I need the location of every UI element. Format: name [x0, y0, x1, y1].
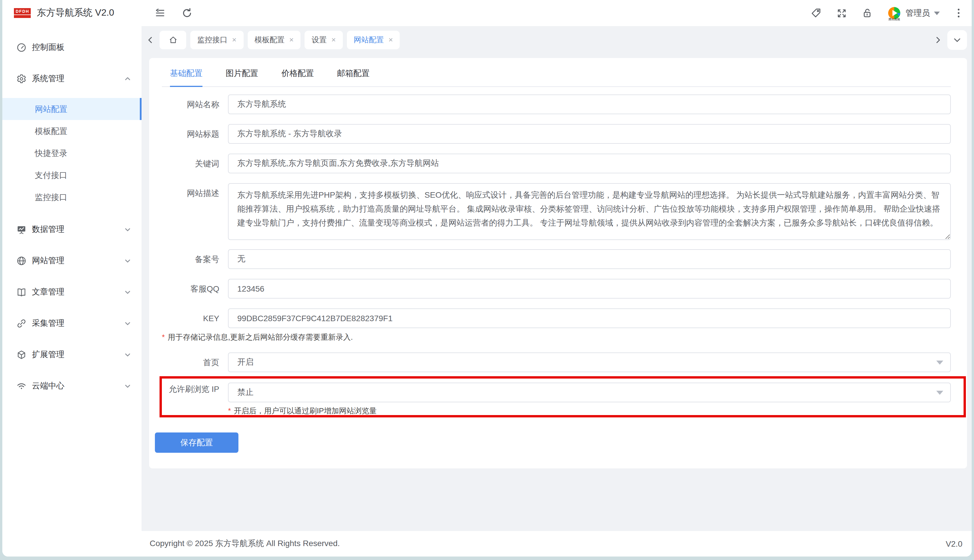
sidebar-item-extension[interactable]: 扩展管理	[2, 343, 142, 367]
brand: DFDH 东方导航系统 V2.0	[2, 7, 139, 19]
sidebar-item-website[interactable]: 网站管理	[2, 249, 142, 273]
tab-home[interactable]	[160, 30, 186, 49]
form-row: 网站名称	[162, 95, 951, 114]
sidebar-item-site-config[interactable]: 网站配置	[2, 98, 142, 120]
sidebar-item-cloud[interactable]: 云端中心	[2, 374, 142, 398]
viewport: DFDH 东方导航系统 V2.0	[0, 0, 974, 560]
tag-icon[interactable]	[810, 8, 822, 18]
tab-basic-config[interactable]: 基础配置	[170, 68, 202, 87]
icp-input[interactable]	[228, 249, 951, 269]
basic-config-form: 网站名称 网站标题 关键词 网站描述 东方导航系统采用先进PHP架构，支持多模板…	[162, 95, 951, 453]
content-card: 基础配置 图片配置 价格配置 邮箱配置 网站名称 网站标题 关键词	[149, 58, 967, 468]
sidebar-item-label: 文章管理	[32, 287, 64, 297]
tab-monitor-api[interactable]: 监控接口 ×	[190, 30, 243, 49]
sidebar-item-label: 云端中心	[32, 381, 64, 391]
tab-price-config[interactable]: 价格配置	[281, 68, 314, 87]
sidebar-item-article[interactable]: 文章管理	[2, 280, 142, 304]
form-row: 网站描述 东方导航系统采用先进PHP架构，支持多模板切换、SEO优化、响应式设计…	[162, 183, 951, 240]
description-textarea[interactable]: 东方导航系统采用先进PHP架构，支持多模板切换、SEO优化、响应式设计，具备完善…	[228, 183, 951, 240]
save-config-button[interactable]: 保存配置	[155, 432, 239, 453]
refresh-icon[interactable]	[182, 8, 192, 18]
open-tabs-bar: 监控接口 × 模板配置 × 设置 × 网站配置 ×	[142, 26, 972, 53]
form-row: 首页 开启	[162, 352, 951, 372]
home-icon	[168, 35, 178, 45]
user-name: 管理员	[906, 8, 930, 18]
tabs-scroll-right-icon[interactable]	[933, 35, 943, 45]
key-label: KEY	[162, 308, 228, 328]
required-mark: *	[162, 333, 165, 342]
sidebar-collapse-icon[interactable]	[154, 8, 165, 18]
allow-refresh-ip-select[interactable]: 禁止	[228, 383, 951, 402]
chevron-down-icon	[124, 351, 131, 358]
chevron-down-icon	[934, 11, 940, 15]
chevron-down-icon	[124, 226, 131, 233]
book-icon	[16, 287, 27, 297]
key-input[interactable]	[228, 308, 951, 328]
brand-logo-text: DFDH	[14, 8, 31, 15]
app-title: 东方导航系统 V2.0	[37, 7, 114, 19]
kebab-menu-icon[interactable]	[954, 9, 962, 17]
sidebar-submenu-system: 网站配置 模板配置 快捷登录 支付接口 监控接口	[2, 98, 142, 208]
close-icon[interactable]: ×	[331, 36, 336, 43]
sidebar-item-monitor-api[interactable]: 监控接口	[2, 186, 142, 208]
save-row: 保存配置	[162, 432, 951, 453]
tab-email-config[interactable]: 邮箱配置	[337, 68, 369, 87]
close-icon[interactable]: ×	[232, 36, 236, 43]
keywords-label: 关键词	[162, 153, 228, 173]
user-menu[interactable]: 腾讯视频 管理员	[887, 6, 940, 20]
form-row-highlighted: 允许刷浏览 IP 禁止 *开启后，用户可以通过刷IP增加网站浏览量	[162, 383, 951, 415]
tabs-actions-dropdown[interactable]	[947, 30, 967, 50]
chevron-down-icon	[124, 320, 131, 327]
footer: Copyright © 2025 东方导航系统 All Rights Reser…	[142, 531, 972, 557]
sidebar-item-label: 控制面板	[32, 42, 64, 53]
chevron-up-icon	[124, 75, 131, 82]
tab-template-config[interactable]: 模板配置 ×	[247, 30, 301, 49]
form-row: 客服QQ	[162, 279, 951, 298]
sidebar-item-quick-login[interactable]: 快捷登录	[2, 142, 142, 164]
site-title-input[interactable]	[228, 124, 951, 144]
avatar: 腾讯视频	[887, 6, 902, 20]
sidebar-item-collect[interactable]: 采集管理	[2, 311, 142, 336]
brand-logo-icon: DFDH	[14, 8, 31, 18]
site-name-label: 网站名称	[162, 95, 228, 114]
header: DFDH 东方导航系统 V2.0	[2, 0, 972, 26]
close-icon[interactable]: ×	[389, 36, 393, 43]
sidebar-item-label: 扩展管理	[32, 350, 64, 360]
header-right-actions: 腾讯视频 管理员	[810, 6, 972, 20]
homepage-select[interactable]: 开启	[228, 352, 951, 372]
wifi-icon	[16, 381, 27, 391]
lock-icon[interactable]	[862, 8, 872, 18]
form-row: 关键词	[162, 153, 951, 173]
site-name-input[interactable]	[228, 95, 951, 114]
gauge-icon	[16, 42, 27, 53]
avatar-caption: 腾讯视频	[885, 17, 904, 21]
sidebar-item-template-config[interactable]: 模板配置	[2, 120, 142, 142]
main-area: 监控接口 × 模板配置 × 设置 × 网站配置 ×	[142, 26, 972, 557]
sidebar-item-data[interactable]: 数据管理	[2, 217, 142, 242]
version-text: V2.0	[946, 539, 962, 548]
globe-icon	[16, 256, 27, 266]
sidebar-item-system[interactable]: 系统管理	[2, 67, 142, 91]
sidebar-item-label: 系统管理	[32, 73, 64, 84]
key-note: *用于存储记录信息,更新之后网站部分缓存需要重新录入.	[162, 333, 951, 342]
description-label: 网站描述	[162, 183, 228, 203]
site-title-label: 网站标题	[162, 124, 228, 144]
tab-settings[interactable]: 设置 ×	[304, 30, 342, 49]
gear-icon	[16, 73, 27, 84]
tabs-scroll-left-icon[interactable]	[145, 35, 155, 45]
homepage-label: 首页	[162, 352, 228, 372]
fullscreen-icon[interactable]	[836, 8, 847, 18]
sidebar-item-label: 网站管理	[32, 256, 64, 266]
allow-refresh-ip-note: *开启后，用户可以通过刷IP增加网站浏览量	[228, 407, 951, 415]
required-mark: *	[228, 407, 231, 415]
close-icon[interactable]: ×	[289, 36, 294, 43]
keywords-input[interactable]	[228, 153, 951, 173]
tab-image-config[interactable]: 图片配置	[226, 68, 258, 87]
cube-icon	[16, 350, 27, 360]
qq-input[interactable]	[228, 279, 951, 298]
tab-site-config[interactable]: 网站配置 ×	[347, 30, 400, 49]
sidebar-item-dashboard[interactable]: 控制面板	[2, 35, 142, 60]
qq-label: 客服QQ	[162, 279, 228, 298]
sidebar-item-payment-api[interactable]: 支付接口	[2, 164, 142, 186]
sidebar-menu: 控制面板 系统管理 网站配置 模板配置 快捷登录 支付接口	[2, 26, 142, 398]
